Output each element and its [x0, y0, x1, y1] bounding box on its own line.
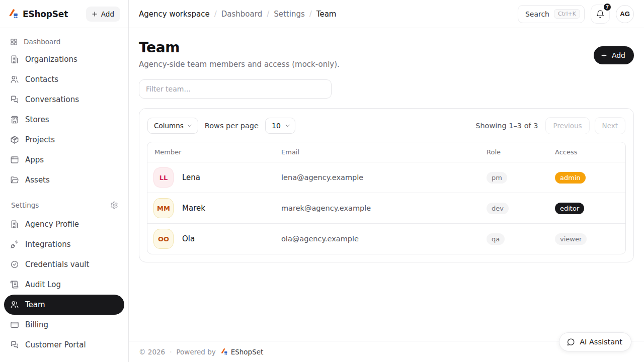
powered-by-text: Powered by	[176, 348, 215, 356]
page-subtitle: Agency-side team members and access (moc…	[139, 60, 340, 69]
next-page-button[interactable]: Next	[595, 117, 625, 134]
sidebar-item-label: Organizations	[25, 55, 77, 64]
sidebar-add-label: Add	[101, 10, 114, 18]
sidebar-add-button[interactable]: Add	[86, 7, 120, 22]
sidebar-item-audit-log[interactable]: Audit Log	[4, 275, 124, 295]
avatar[interactable]: AG	[616, 5, 634, 23]
copyright-text: © 2026	[139, 348, 165, 356]
sidebar-item-assets[interactable]: Assets	[4, 170, 124, 190]
member-email: marek@agency.example	[274, 204, 479, 212]
sidebar-item-credentials-vault[interactable]: Credentials vault	[4, 254, 124, 275]
filter-team-input[interactable]	[139, 79, 332, 99]
columns-button-label: Columns	[154, 122, 184, 130]
member-name: Marek	[182, 204, 205, 213]
plug-icon	[10, 240, 19, 249]
breadcrumb: Agency workspace / Dashboard / Settings …	[139, 10, 336, 19]
app-name: EShopSet	[23, 9, 68, 19]
sidebar-item-label: Assets	[25, 175, 50, 185]
ai-assistant-label: AI Assistant	[580, 338, 622, 346]
notifications-button[interactable]: 7	[591, 5, 610, 24]
table-header-row: Member Email Role Access	[147, 142, 625, 162]
sidebar-item-team[interactable]: Team	[4, 295, 124, 315]
breadcrumb-settings[interactable]: Settings	[274, 10, 305, 19]
sidebar-item-label: Audit Log	[25, 280, 61, 289]
chat-bubble-icon	[567, 338, 575, 346]
sidebar-item-stores[interactable]: Stores	[4, 110, 124, 130]
access-badge: viewer	[555, 233, 587, 245]
team-table: Member Email Role Access LL Lena	[147, 142, 626, 254]
sidebar-item-label: Customer Portal	[25, 340, 86, 349]
sidebar-item-label: Conversations	[25, 95, 79, 104]
footer-separator: ·	[170, 348, 172, 356]
role-badge: pm	[487, 172, 507, 184]
access-badge: editor	[555, 203, 584, 214]
app-window-icon	[10, 155, 19, 164]
notification-badge: 7	[603, 3, 612, 12]
sidebar-item-label: Team	[25, 300, 45, 309]
avatar: MM	[153, 198, 174, 218]
sidebar-item-label: Agency Profile	[25, 220, 79, 229]
previous-page-button[interactable]: Previous	[545, 117, 589, 134]
building-icon	[10, 55, 19, 64]
sidebar-item-organizations[interactable]: Organizations	[4, 49, 124, 69]
member-email: ola@agency.example	[274, 235, 479, 243]
table-row: OO Ola ola@agency.example qa viewer	[147, 223, 625, 254]
sidebar-item-contacts[interactable]: Contacts	[4, 69, 124, 89]
scroll-icon	[10, 280, 19, 289]
plus-icon	[600, 52, 608, 59]
footer-brand-name: EShopSet	[231, 348, 264, 356]
building-icon	[10, 220, 19, 229]
column-header-role: Role	[479, 142, 548, 162]
breadcrumb-separator: /	[267, 10, 269, 19]
sidebar-item-projects[interactable]: Projects	[4, 130, 124, 150]
sidebar-item-label: Contacts	[25, 75, 58, 84]
table-body: LL Lena lena@agency.example pm admin MM …	[147, 162, 625, 254]
table-row: LL Lena lena@agency.example pm admin	[147, 162, 625, 193]
rows-per-page-select[interactable]: 10	[265, 118, 295, 134]
sidebar-item-conversations[interactable]: Conversations	[4, 89, 124, 110]
sidebar-item-label: Billing	[25, 320, 48, 329]
breadcrumb-separator: /	[214, 10, 217, 19]
sidebar-item-dashboard[interactable]: Dashboard	[4, 34, 124, 49]
column-header-access: Access	[548, 142, 625, 162]
rows-per-page-label: Rows per page	[205, 122, 259, 130]
breadcrumb-agency-workspace[interactable]: Agency workspace	[139, 10, 210, 19]
search-button[interactable]: Search Ctrl+K	[518, 5, 585, 23]
package-icon	[10, 135, 19, 144]
add-member-label: Add	[612, 51, 625, 59]
add-member-button[interactable]: Add	[594, 46, 634, 64]
sidebar-item-label: Credentials vault	[25, 260, 89, 269]
sidebar: EShopSet Add Dashboard Organizations Con…	[0, 0, 129, 362]
gear-icon[interactable]	[110, 201, 118, 209]
app-root: EShopSet Add Dashboard Organizations Con…	[0, 0, 644, 362]
app-logo-icon	[220, 348, 228, 355]
sidebar-item-integrations[interactable]: Integrations	[4, 234, 124, 254]
ai-assistant-button[interactable]: AI Assistant	[559, 332, 631, 351]
sidebar-item-agency-profile[interactable]: Agency Profile	[4, 214, 124, 234]
sidebar-nav: Dashboard Organizations Contacts Convers…	[0, 28, 128, 355]
access-badge: admin	[555, 172, 586, 184]
page-title: Team	[139, 39, 340, 56]
footer-brand: EShopSet	[220, 348, 264, 356]
badge-check-icon	[10, 260, 19, 269]
member-email: lena@agency.example	[274, 173, 479, 182]
breadcrumb-dashboard[interactable]: Dashboard	[221, 10, 262, 19]
page-content: Team Agency-side team members and access…	[129, 28, 644, 362]
columns-button[interactable]: Columns	[147, 118, 198, 134]
bell-icon	[596, 10, 605, 19]
chat-icon	[10, 95, 19, 104]
sidebar-item-label: Dashboard	[24, 38, 60, 46]
search-label: Search	[525, 10, 549, 18]
breadcrumb-team: Team	[316, 10, 337, 19]
column-header-email: Email	[274, 142, 479, 162]
sidebar-item-billing[interactable]: Billing	[4, 315, 124, 335]
topbar-actions: Search Ctrl+K 7 AG	[518, 5, 634, 24]
sidebar-item-customer-portal[interactable]: Customer Portal	[4, 335, 124, 355]
sidebar-item-label: Stores	[25, 115, 49, 124]
sidebar-item-apps[interactable]: Apps	[4, 150, 124, 170]
app-logo-icon	[8, 9, 19, 19]
role-badge: dev	[487, 203, 509, 214]
users-icon	[10, 300, 19, 309]
sidebar-item-label: Integrations	[25, 240, 70, 249]
sidebar-item-label: Projects	[25, 135, 55, 144]
